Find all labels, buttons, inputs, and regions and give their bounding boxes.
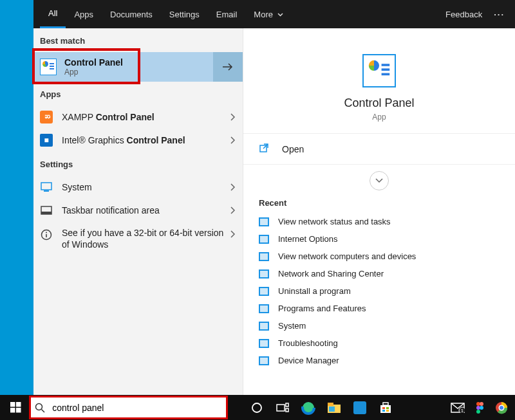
results-pane: Best match Control Panel App Apps ဆ XAMP… bbox=[33, 0, 243, 395]
arrow-right-icon bbox=[222, 62, 234, 71]
intel-icon: ■ bbox=[40, 134, 53, 147]
app-icon-blue[interactable] bbox=[347, 395, 373, 420]
recent-item[interactable]: View network computers and devices bbox=[243, 248, 515, 265]
svg-rect-25 bbox=[382, 407, 385, 409]
file-explorer-icon[interactable] bbox=[321, 395, 347, 420]
taskbar: 1 bbox=[0, 395, 515, 420]
tab-documents[interactable]: Documents bbox=[102, 1, 161, 28]
figma-icon[interactable] bbox=[469, 395, 491, 420]
cp-item-icon bbox=[259, 217, 269, 226]
svg-point-14 bbox=[252, 403, 261, 412]
tab-settings[interactable]: Settings bbox=[161, 1, 208, 28]
setting-32-64-bit[interactable]: See if you have a 32-bit or 64-bit versi… bbox=[33, 222, 243, 255]
chevron-right-icon bbox=[230, 136, 236, 145]
control-panel-icon bbox=[362, 54, 396, 87]
search-icon bbox=[31, 403, 48, 413]
tab-apps[interactable]: Apps bbox=[66, 1, 102, 28]
svg-rect-3 bbox=[41, 212, 52, 214]
mail-icon[interactable]: 1 bbox=[447, 395, 469, 420]
chevron-down-icon bbox=[277, 13, 283, 17]
taskbar-icon bbox=[40, 204, 53, 217]
recent-item[interactable]: Uninstall a program bbox=[243, 282, 515, 300]
expand-details-button[interactable] bbox=[213, 52, 243, 82]
task-view-icon[interactable] bbox=[270, 395, 295, 420]
tab-more[interactable]: More bbox=[245, 1, 291, 28]
best-match-title: Control Panel bbox=[64, 57, 123, 68]
edge-icon[interactable] bbox=[295, 395, 321, 420]
svg-rect-0 bbox=[41, 183, 52, 190]
ms-store-icon[interactable] bbox=[373, 395, 398, 420]
svg-rect-6 bbox=[46, 234, 47, 237]
cp-item-icon bbox=[259, 235, 269, 244]
search-input[interactable] bbox=[48, 403, 226, 413]
tab-email[interactable]: Email bbox=[208, 1, 246, 28]
svg-rect-9 bbox=[16, 402, 21, 407]
app-result-intel[interactable]: ■ Intel® Graphics Control Panel bbox=[33, 129, 243, 152]
recent-item[interactable]: View network status and tasks bbox=[243, 213, 515, 230]
chevron-right-icon bbox=[230, 230, 236, 239]
svg-line-13 bbox=[41, 409, 44, 412]
tab-all[interactable]: All bbox=[40, 0, 66, 28]
cp-item-icon bbox=[259, 252, 269, 261]
recent-item[interactable]: Device Manager bbox=[243, 352, 515, 369]
svg-point-12 bbox=[35, 403, 42, 410]
svg-rect-16 bbox=[286, 403, 288, 406]
svg-rect-28 bbox=[386, 410, 389, 412]
recent-item[interactable]: Troubleshooting bbox=[243, 334, 515, 352]
recent-item[interactable]: Internet Options bbox=[243, 230, 515, 248]
setting-taskbar-notification[interactable]: Taskbar notification area bbox=[33, 199, 243, 222]
recent-item[interactable]: Network and Sharing Center bbox=[243, 265, 515, 282]
setting-system[interactable]: System bbox=[33, 176, 243, 199]
more-options-icon[interactable]: ··· bbox=[494, 10, 505, 19]
best-match-result[interactable]: Control Panel App bbox=[33, 52, 213, 82]
cortana-icon[interactable] bbox=[244, 395, 270, 420]
start-button[interactable] bbox=[0, 395, 31, 420]
svg-point-39 bbox=[500, 406, 503, 410]
open-action[interactable]: Open bbox=[243, 133, 515, 165]
chevron-right-icon bbox=[230, 113, 236, 122]
cp-item-icon bbox=[259, 304, 269, 313]
svg-rect-26 bbox=[386, 407, 389, 409]
svg-point-5 bbox=[46, 232, 47, 233]
svg-rect-27 bbox=[382, 410, 385, 412]
cortana-accent-strip bbox=[0, 0, 33, 395]
preview-title: Control Panel bbox=[344, 96, 414, 110]
recent-item[interactable]: System bbox=[243, 317, 515, 334]
recent-label: Recent bbox=[243, 194, 515, 213]
app-result-xampp[interactable]: ဆ XAMPP Control Panel bbox=[33, 105, 243, 129]
svg-point-36 bbox=[476, 410, 480, 414]
recent-item[interactable]: Programs and Features bbox=[243, 300, 515, 317]
svg-rect-21 bbox=[328, 403, 333, 406]
expand-toggle[interactable] bbox=[370, 171, 389, 190]
cp-item-icon bbox=[259, 269, 269, 278]
svg-point-35 bbox=[480, 406, 483, 410]
chevron-down-icon bbox=[375, 178, 383, 183]
chevron-right-icon bbox=[230, 206, 236, 215]
settings-section-label: Settings bbox=[33, 152, 243, 176]
search-box[interactable] bbox=[31, 397, 226, 417]
best-match-subtitle: App bbox=[64, 68, 123, 77]
recent-list: View network status and tasks Internet O… bbox=[243, 213, 515, 369]
preview-subtitle: App bbox=[372, 113, 386, 122]
info-icon bbox=[40, 228, 53, 241]
preview-pane: Control Panel App Open Recent View netwo… bbox=[243, 0, 515, 395]
svg-rect-10 bbox=[10, 408, 15, 413]
svg-rect-8 bbox=[10, 402, 15, 407]
chrome-icon[interactable] bbox=[491, 395, 512, 420]
open-icon bbox=[259, 143, 272, 155]
svg-rect-11 bbox=[16, 408, 21, 413]
control-panel-icon bbox=[40, 59, 57, 75]
chevron-right-icon bbox=[230, 183, 236, 192]
svg-text:1: 1 bbox=[461, 408, 464, 413]
svg-rect-24 bbox=[383, 403, 388, 405]
cp-item-icon bbox=[259, 322, 269, 331]
apps-section-label: Apps bbox=[33, 82, 243, 105]
svg-rect-22 bbox=[329, 406, 335, 412]
cp-item-icon bbox=[259, 339, 269, 348]
cp-item-icon bbox=[259, 356, 269, 365]
feedback-link[interactable]: Feedback bbox=[445, 10, 482, 19]
search-filter-tabs: All Apps Documents Settings Email More F… bbox=[33, 0, 515, 28]
svg-rect-17 bbox=[286, 408, 288, 412]
windows-icon bbox=[10, 402, 21, 413]
xampp-icon: ဆ bbox=[40, 111, 53, 123]
